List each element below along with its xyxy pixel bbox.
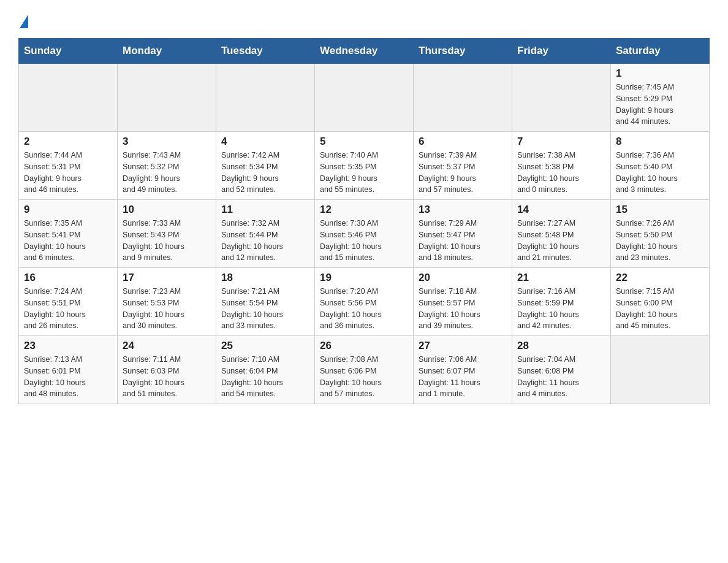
calendar-cell — [611, 336, 710, 404]
calendar-cell: 9Sunrise: 7:35 AM Sunset: 5:41 PM Daylig… — [19, 200, 118, 268]
calendar-cell: 12Sunrise: 7:30 AM Sunset: 5:46 PM Dayli… — [315, 200, 414, 268]
calendar-cell: 1Sunrise: 7:45 AM Sunset: 5:29 PM Daylig… — [611, 64, 710, 132]
day-header-sunday: Sunday — [19, 39, 118, 64]
calendar-cell: 22Sunrise: 7:15 AM Sunset: 6:00 PM Dayli… — [611, 268, 710, 336]
page-header — [18, 12, 710, 28]
calendar-cell: 3Sunrise: 7:43 AM Sunset: 5:32 PM Daylig… — [118, 132, 216, 200]
day-info: Sunrise: 7:30 AM Sunset: 5:46 PM Dayligh… — [320, 218, 408, 264]
day-info: Sunrise: 7:20 AM Sunset: 5:56 PM Dayligh… — [320, 286, 408, 332]
day-number: 12 — [320, 204, 408, 216]
day-number: 26 — [320, 340, 408, 352]
day-number: 21 — [517, 272, 605, 284]
calendar-cell: 10Sunrise: 7:33 AM Sunset: 5:43 PM Dayli… — [118, 200, 216, 268]
day-info: Sunrise: 7:32 AM Sunset: 5:44 PM Dayligh… — [221, 218, 309, 264]
day-number: 4 — [221, 136, 309, 148]
day-number: 20 — [419, 272, 507, 284]
calendar-cell: 17Sunrise: 7:23 AM Sunset: 5:53 PM Dayli… — [118, 268, 216, 336]
day-header-wednesday: Wednesday — [315, 39, 414, 64]
day-number: 28 — [517, 340, 605, 352]
calendar-cell: 13Sunrise: 7:29 AM Sunset: 5:47 PM Dayli… — [414, 200, 512, 268]
calendar-cell: 21Sunrise: 7:16 AM Sunset: 5:59 PM Dayli… — [512, 268, 611, 336]
day-number: 6 — [419, 136, 507, 148]
calendar-cell: 26Sunrise: 7:08 AM Sunset: 6:06 PM Dayli… — [315, 336, 414, 404]
day-info: Sunrise: 7:27 AM Sunset: 5:48 PM Dayligh… — [517, 218, 605, 264]
calendar-cell: 18Sunrise: 7:21 AM Sunset: 5:54 PM Dayli… — [216, 268, 315, 336]
calendar-cell: 5Sunrise: 7:40 AM Sunset: 5:35 PM Daylig… — [315, 132, 414, 200]
day-info: Sunrise: 7:39 AM Sunset: 5:37 PM Dayligh… — [419, 150, 507, 196]
day-info: Sunrise: 7:10 AM Sunset: 6:04 PM Dayligh… — [221, 354, 309, 400]
day-info: Sunrise: 7:24 AM Sunset: 5:51 PM Dayligh… — [24, 286, 112, 332]
week-row: 23Sunrise: 7:13 AM Sunset: 6:01 PM Dayli… — [19, 336, 710, 404]
day-info: Sunrise: 7:23 AM Sunset: 5:53 PM Dayligh… — [123, 286, 211, 332]
day-info: Sunrise: 7:26 AM Sunset: 5:50 PM Dayligh… — [616, 218, 704, 264]
calendar-table: SundayMondayTuesdayWednesdayThursdayFrid… — [18, 38, 710, 404]
calendar-cell — [118, 64, 216, 132]
logo — [18, 12, 28, 28]
calendar-cell: 2Sunrise: 7:44 AM Sunset: 5:31 PM Daylig… — [19, 132, 118, 200]
day-number: 8 — [616, 136, 704, 148]
day-info: Sunrise: 7:29 AM Sunset: 5:47 PM Dayligh… — [419, 218, 507, 264]
day-info: Sunrise: 7:45 AM Sunset: 5:29 PM Dayligh… — [616, 82, 704, 128]
logo-triangle-icon — [20, 15, 28, 28]
day-number: 27 — [419, 340, 507, 352]
calendar-cell: 11Sunrise: 7:32 AM Sunset: 5:44 PM Dayli… — [216, 200, 315, 268]
day-number: 19 — [320, 272, 408, 284]
calendar-cell: 14Sunrise: 7:27 AM Sunset: 5:48 PM Dayli… — [512, 200, 611, 268]
calendar-cell: 4Sunrise: 7:42 AM Sunset: 5:34 PM Daylig… — [216, 132, 315, 200]
day-info: Sunrise: 7:18 AM Sunset: 5:57 PM Dayligh… — [419, 286, 507, 332]
day-number: 9 — [24, 204, 112, 216]
day-number: 7 — [517, 136, 605, 148]
calendar-cell — [216, 64, 315, 132]
day-number: 3 — [123, 136, 211, 148]
day-info: Sunrise: 7:13 AM Sunset: 6:01 PM Dayligh… — [24, 354, 112, 400]
day-number: 2 — [24, 136, 112, 148]
calendar-cell: 6Sunrise: 7:39 AM Sunset: 5:37 PM Daylig… — [414, 132, 512, 200]
calendar-cell: 7Sunrise: 7:38 AM Sunset: 5:38 PM Daylig… — [512, 132, 611, 200]
day-info: Sunrise: 7:42 AM Sunset: 5:34 PM Dayligh… — [221, 150, 309, 196]
day-number: 1 — [616, 67, 704, 80]
day-number: 25 — [221, 340, 309, 352]
day-info: Sunrise: 7:16 AM Sunset: 5:59 PM Dayligh… — [517, 286, 605, 332]
day-info: Sunrise: 7:33 AM Sunset: 5:43 PM Dayligh… — [123, 218, 211, 264]
day-header-tuesday: Tuesday — [216, 39, 315, 64]
day-number: 13 — [419, 204, 507, 216]
calendar-cell: 27Sunrise: 7:06 AM Sunset: 6:07 PM Dayli… — [414, 336, 512, 404]
day-info: Sunrise: 7:04 AM Sunset: 6:08 PM Dayligh… — [517, 354, 605, 400]
day-number: 11 — [221, 204, 309, 216]
calendar-cell: 25Sunrise: 7:10 AM Sunset: 6:04 PM Dayli… — [216, 336, 315, 404]
week-row: 9Sunrise: 7:35 AM Sunset: 5:41 PM Daylig… — [19, 200, 710, 268]
day-number: 17 — [123, 272, 211, 284]
day-info: Sunrise: 7:11 AM Sunset: 6:03 PM Dayligh… — [123, 354, 211, 400]
calendar-cell: 8Sunrise: 7:36 AM Sunset: 5:40 PM Daylig… — [611, 132, 710, 200]
day-info: Sunrise: 7:44 AM Sunset: 5:31 PM Dayligh… — [24, 150, 112, 196]
calendar-cell — [512, 64, 611, 132]
day-info: Sunrise: 7:21 AM Sunset: 5:54 PM Dayligh… — [221, 286, 309, 332]
day-number: 24 — [123, 340, 211, 352]
day-info: Sunrise: 7:08 AM Sunset: 6:06 PM Dayligh… — [320, 354, 408, 400]
calendar-header-row: SundayMondayTuesdayWednesdayThursdayFrid… — [19, 39, 710, 64]
calendar-cell — [19, 64, 118, 132]
day-info: Sunrise: 7:06 AM Sunset: 6:07 PM Dayligh… — [419, 354, 507, 400]
calendar-cell: 15Sunrise: 7:26 AM Sunset: 5:50 PM Dayli… — [611, 200, 710, 268]
day-header-monday: Monday — [118, 39, 216, 64]
day-info: Sunrise: 7:15 AM Sunset: 6:00 PM Dayligh… — [616, 286, 704, 332]
day-number: 10 — [123, 204, 211, 216]
day-number: 16 — [24, 272, 112, 284]
day-info: Sunrise: 7:40 AM Sunset: 5:35 PM Dayligh… — [320, 150, 408, 196]
calendar-cell — [414, 64, 512, 132]
calendar-cell: 20Sunrise: 7:18 AM Sunset: 5:57 PM Dayli… — [414, 268, 512, 336]
day-header-friday: Friday — [512, 39, 611, 64]
day-number: 23 — [24, 340, 112, 352]
day-info: Sunrise: 7:35 AM Sunset: 5:41 PM Dayligh… — [24, 218, 112, 264]
calendar-cell: 24Sunrise: 7:11 AM Sunset: 6:03 PM Dayli… — [118, 336, 216, 404]
calendar-cell: 23Sunrise: 7:13 AM Sunset: 6:01 PM Dayli… — [19, 336, 118, 404]
day-info: Sunrise: 7:43 AM Sunset: 5:32 PM Dayligh… — [123, 150, 211, 196]
calendar-cell: 16Sunrise: 7:24 AM Sunset: 5:51 PM Dayli… — [19, 268, 118, 336]
day-number: 18 — [221, 272, 309, 284]
day-number: 5 — [320, 136, 408, 148]
day-info: Sunrise: 7:38 AM Sunset: 5:38 PM Dayligh… — [517, 150, 605, 196]
day-number: 15 — [616, 204, 704, 216]
day-header-thursday: Thursday — [414, 39, 512, 64]
calendar-cell — [315, 64, 414, 132]
calendar-cell: 28Sunrise: 7:04 AM Sunset: 6:08 PM Dayli… — [512, 336, 611, 404]
